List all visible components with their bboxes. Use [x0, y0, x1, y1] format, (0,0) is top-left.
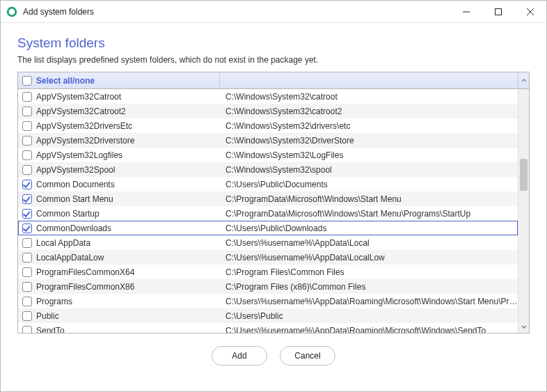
window-title: Add system folders	[23, 7, 450, 17]
row-name-label: AppVSystem32Catroot	[36, 92, 121, 102]
row-path-label: C:\Windows\System32\DriverStore	[220, 136, 518, 146]
table-row[interactable]: Common Start MenuC:\ProgramData\Microsof…	[18, 191, 518, 206]
dialog-footer: Add Cancel	[17, 334, 530, 371]
row-name-cell: Local AppData	[18, 238, 220, 248]
header-scroll-gutter	[518, 72, 529, 88]
row-name-label: CommonDownloads	[36, 224, 111, 233]
row-checkbox[interactable]	[22, 267, 32, 277]
row-name-label: Common Start Menu	[36, 194, 113, 204]
page-title: System folders	[17, 36, 530, 51]
row-name-label: AppVSystem32Logfiles	[36, 150, 122, 160]
table-row[interactable]: Common StartupC:\ProgramData\Microsoft\W…	[18, 206, 518, 221]
row-checkbox[interactable]	[22, 92, 32, 102]
row-path-label: C:\Windows\System32\LogFiles	[220, 150, 518, 160]
scrollbar-down-icon[interactable]	[518, 322, 529, 333]
row-name-cell: AppVSystem32DriversEtc	[18, 121, 220, 131]
row-name-label: Common Documents	[36, 180, 115, 189]
row-checkbox[interactable]	[22, 297, 32, 306]
table-row[interactable]: AppVSystem32CatrootC:\Windows\System32\c…	[18, 89, 518, 104]
table-row[interactable]: AppVSystem32DriverstoreC:\Windows\System…	[18, 133, 518, 148]
row-path-label: C:\Users\%username%\AppData\LocalLow	[220, 253, 518, 262]
row-name-cell: Common Start Menu	[18, 194, 220, 204]
folders-table: Select all/none AppVSystem32CatrootC:\Wi…	[17, 72, 530, 334]
row-path-label: C:\Windows\System32\drivers\etc	[220, 121, 518, 131]
header-select-all[interactable]: Select all/none	[18, 72, 220, 88]
row-checkbox[interactable]	[22, 165, 32, 175]
scrollbar-track[interactable]	[518, 89, 529, 322]
row-path-label: C:\Users\Public\Downloads	[220, 224, 518, 233]
row-name-label: ProgramFilesCommonX86	[36, 282, 134, 292]
table-row[interactable]: ProgramFilesCommonX86C:\Program Files (x…	[18, 279, 518, 294]
row-name-cell: Programs	[18, 297, 220, 306]
row-path-label: C:\Users\Public\Documents	[220, 180, 518, 189]
row-name-label: AppVSystem32Driverstore	[36, 136, 134, 146]
select-all-checkbox[interactable]	[22, 76, 32, 86]
row-checkbox[interactable]	[22, 180, 32, 189]
row-checkbox[interactable]	[22, 136, 32, 146]
table-row[interactable]: ProgramFilesCommonX64C:\Program Files\Co…	[18, 265, 518, 279]
vertical-scrollbar[interactable]	[518, 89, 529, 333]
row-path-label: C:\ProgramData\Microsoft\Windows\Start M…	[220, 209, 518, 219]
row-checkbox[interactable]	[22, 282, 32, 292]
row-checkbox[interactable]	[22, 209, 32, 219]
titlebar: Add system folders	[1, 1, 546, 23]
row-checkbox[interactable]	[22, 194, 32, 204]
app-icon	[6, 6, 17, 17]
row-path-label: C:\Users\Public	[220, 311, 518, 321]
svg-rect-2	[496, 8, 502, 15]
header-select-all-label: Select all/none	[36, 76, 95, 86]
maximize-button[interactable]	[482, 1, 514, 22]
row-name-label: Common Startup	[36, 209, 100, 219]
row-checkbox[interactable]	[22, 238, 32, 248]
row-path-label: C:\Program Files\Common Files	[220, 267, 518, 277]
row-name-cell: ProgramFilesCommonX64	[18, 267, 220, 277]
dialog-content: System folders The list displays predefi…	[1, 23, 546, 379]
table-rows: AppVSystem32CatrootC:\Windows\System32\c…	[18, 89, 518, 333]
minimize-button[interactable]	[450, 1, 482, 22]
row-name-cell: Public	[18, 311, 220, 321]
table-row[interactable]: PublicC:\Users\Public	[18, 308, 518, 323]
row-checkbox[interactable]	[22, 224, 32, 233]
row-checkbox[interactable]	[22, 311, 32, 321]
row-path-label: C:\Program Files (x86)\Common Files	[220, 282, 518, 292]
row-name-cell: SendTo	[18, 326, 220, 334]
row-path-label: C:\Windows\System32\catroot	[220, 92, 518, 102]
row-checkbox[interactable]	[22, 326, 32, 334]
row-path-label: C:\Users\%username%\AppData\Local	[220, 238, 518, 248]
table-row[interactable]: AppVSystem32Catroot2C:\Windows\System32\…	[18, 104, 518, 118]
row-name-label: AppVSystem32Catroot2	[36, 107, 126, 116]
row-name-label: Local AppData	[36, 238, 90, 248]
add-button[interactable]: Add	[212, 346, 267, 366]
header-path-column[interactable]	[220, 72, 518, 88]
row-name-cell: AppVSystem32Catroot2	[18, 107, 220, 116]
row-checkbox[interactable]	[22, 150, 32, 160]
close-button[interactable]	[514, 1, 546, 22]
table-row[interactable]: Common DocumentsC:\Users\Public\Document…	[18, 177, 518, 191]
table-row[interactable]: Local AppDataC:\Users\%username%\AppData…	[18, 235, 518, 250]
row-checkbox[interactable]	[22, 121, 32, 131]
row-path-label: C:\Windows\System32\spool	[220, 165, 518, 175]
cancel-button[interactable]: Cancel	[280, 346, 335, 366]
row-name-cell: Common Documents	[18, 180, 220, 189]
table-row[interactable]: LocalAppDataLowC:\Users\%username%\AppDa…	[18, 250, 518, 265]
table-body: AppVSystem32CatrootC:\Windows\System32\c…	[18, 89, 529, 333]
row-name-cell: AppVSystem32Driverstore	[18, 136, 220, 146]
row-checkbox[interactable]	[22, 107, 32, 116]
window-controls	[450, 1, 546, 22]
row-name-cell: ProgramFilesCommonX86	[18, 282, 220, 292]
table-row[interactable]: AppVSystem32DriversEtcC:\Windows\System3…	[18, 118, 518, 133]
row-name-label: AppVSystem32Spool	[36, 165, 115, 175]
scrollbar-thumb[interactable]	[520, 159, 528, 191]
row-path-label: C:\ProgramData\Microsoft\Windows\Start M…	[220, 194, 518, 204]
row-name-cell: AppVSystem32Spool	[18, 165, 220, 175]
table-header: Select all/none	[18, 72, 529, 89]
row-name-label: Public	[36, 311, 59, 321]
row-path-label: C:\Users\%username%\AppData\Roaming\Micr…	[220, 297, 518, 306]
table-row[interactable]: SendToC:\Users\%username%\AppData\Roamin…	[18, 323, 518, 333]
table-row[interactable]: CommonDownloadsC:\Users\Public\Downloads	[18, 221, 518, 235]
row-name-cell: Common Startup	[18, 209, 220, 219]
table-row[interactable]: ProgramsC:\Users\%username%\AppData\Roam…	[18, 294, 518, 308]
table-row[interactable]: AppVSystem32LogfilesC:\Windows\System32\…	[18, 148, 518, 162]
table-row[interactable]: AppVSystem32SpoolC:\Windows\System32\spo…	[18, 162, 518, 177]
row-checkbox[interactable]	[22, 253, 32, 262]
